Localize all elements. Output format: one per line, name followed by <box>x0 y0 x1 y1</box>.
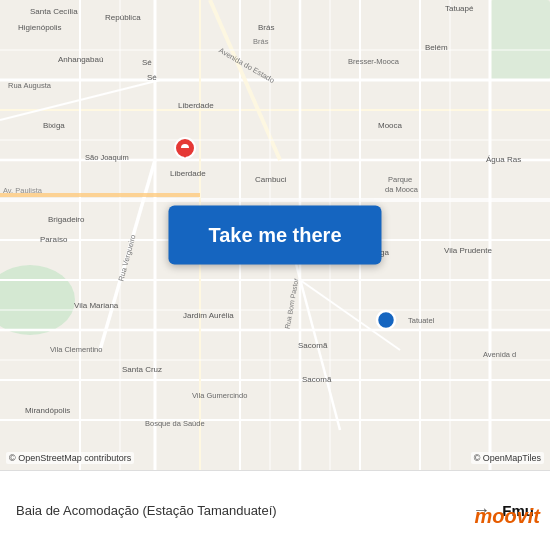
svg-text:Av. Paulista: Av. Paulista <box>3 186 43 195</box>
svg-text:Tatuapé: Tatuapé <box>445 4 474 13</box>
svg-text:da Mooca: da Mooca <box>385 185 419 194</box>
svg-text:Bosque da Saúde: Bosque da Saúde <box>145 419 205 428</box>
svg-point-78 <box>377 311 395 329</box>
svg-text:Bresser-Mooca: Bresser-Mooca <box>348 57 400 66</box>
svg-text:Brás: Brás <box>258 23 274 32</box>
svg-text:Parque: Parque <box>388 175 412 184</box>
svg-text:Brigadeiro: Brigadeiro <box>48 215 85 224</box>
moovit-logo-text: moovit <box>474 505 540 528</box>
svg-text:Higienópolis: Higienópolis <box>18 23 62 32</box>
origin-label: Baia de Acomodação (Estação Tamanduateí) <box>16 503 460 518</box>
svg-text:Brás: Brás <box>253 37 269 46</box>
svg-text:Bixiga: Bixiga <box>43 121 65 130</box>
map-container: Santa Cecília Higienópolis República Brá… <box>0 0 550 470</box>
svg-text:Sé: Sé <box>147 73 157 82</box>
svg-text:Água Ras: Água Ras <box>486 155 521 164</box>
svg-text:Vila Gumercindo: Vila Gumercindo <box>192 391 247 400</box>
svg-text:São Joaquim: São Joaquim <box>85 153 129 162</box>
svg-text:Mirandópolis: Mirandópolis <box>25 406 70 415</box>
svg-text:Liberdade: Liberdade <box>178 101 214 110</box>
svg-text:Sé: Sé <box>142 58 152 67</box>
map-attribution: © OpenStreetMap contributors <box>6 452 134 464</box>
svg-text:Cambuci: Cambuci <box>255 175 287 184</box>
svg-text:Vila Mariana: Vila Mariana <box>74 301 119 310</box>
svg-text:Liberdade: Liberdade <box>170 169 206 178</box>
svg-text:Sacomã: Sacomã <box>302 375 332 384</box>
svg-text:Vila Prudente: Vila Prudente <box>444 246 492 255</box>
svg-text:Jardim Aurélia: Jardim Aurélia <box>183 311 234 320</box>
svg-rect-2 <box>490 0 550 80</box>
svg-text:Sacomã: Sacomã <box>298 341 328 350</box>
svg-text:Tatuatel: Tatuatel <box>408 316 435 325</box>
svg-text:República: República <box>105 13 141 22</box>
bottom-bar: Baia de Acomodação (Estação Tamanduateí)… <box>0 470 550 550</box>
svg-text:Anhangabaú: Anhangabaú <box>58 55 103 64</box>
svg-text:Paraíso: Paraíso <box>40 235 68 244</box>
svg-text:Santa Cecília: Santa Cecília <box>30 7 78 16</box>
svg-text:Santa Cruz: Santa Cruz <box>122 365 162 374</box>
svg-text:Belém: Belém <box>425 43 448 52</box>
svg-text:Vila Clementino: Vila Clementino <box>50 345 102 354</box>
map-attribution-tiles: © OpenMapTiles <box>471 452 544 464</box>
svg-text:Mooca: Mooca <box>378 121 403 130</box>
moovit-logo: moovit <box>474 505 540 528</box>
take-me-there-button[interactable]: Take me there <box>168 206 381 265</box>
svg-text:Avenida d: Avenida d <box>483 350 516 359</box>
svg-text:Rua Augusta: Rua Augusta <box>8 81 52 90</box>
